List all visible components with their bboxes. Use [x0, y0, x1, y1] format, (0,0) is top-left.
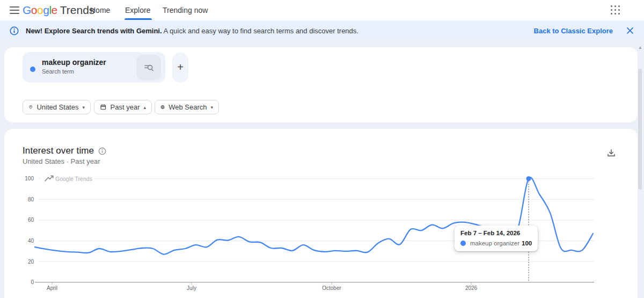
time-filter-dropdown[interactable]: Past year ▴ [94, 100, 152, 114]
page-scrollbar[interactable]: ▲ [637, 41, 644, 298]
svg-text:80: 80 [28, 197, 34, 202]
tooltip-value: 100 [522, 240, 532, 246]
svg-text:April: April [47, 285, 57, 291]
svg-text:Google Trends: Google Trends [55, 176, 92, 182]
category-filter-dropdown[interactable]: Web Search ▾ [155, 100, 219, 114]
google-logo-text: Google [23, 4, 57, 16]
svg-text:2026: 2026 [465, 285, 478, 291]
search-term-chip[interactable]: makeup organizer Search term [23, 52, 165, 83]
svg-text:40: 40 [28, 238, 34, 244]
nav-tab-explore[interactable]: Explore [125, 0, 150, 20]
geo-filter-label: United States [36, 103, 78, 111]
scrollbar-thumb[interactable] [638, 69, 642, 190]
search-term-text: makeup organizer Search term [42, 58, 106, 75]
gemini-promo-banner: New! Explore Search trends with Gemini. … [0, 20, 644, 41]
scroll-up-arrow-icon[interactable]: ▲ [638, 45, 642, 50]
calendar-icon [100, 103, 107, 111]
nav-tab-trending-now[interactable]: Trending now [163, 0, 208, 20]
close-icon[interactable] [626, 26, 634, 35]
chevron-down-icon: ▾ [210, 105, 213, 110]
time-filter-label: Past year [111, 103, 140, 111]
google-apps-icon[interactable] [609, 4, 622, 17]
add-comparison-button[interactable]: + [172, 52, 188, 83]
page-background: makeup organizer Search term + Un [0, 41, 644, 298]
google-trends-explore-page: GoogleTrends Home Explore Trending now N… [0, 0, 644, 298]
globe-icon [160, 103, 165, 111]
svg-text:100: 100 [25, 176, 34, 181]
info-icon [10, 26, 19, 35]
category-filter-label: Web Search [169, 103, 207, 111]
svg-text:0: 0 [31, 279, 34, 285]
geo-filter-dropdown[interactable]: United States ▾ [23, 100, 91, 114]
tooltip-series-name: makeup organizer [470, 240, 519, 246]
svg-text:60: 60 [28, 217, 34, 223]
trends-logo-text: Trends [60, 4, 95, 16]
list-search-icon [143, 62, 155, 74]
search-button[interactable] [136, 55, 161, 80]
search-term-type: Search term [42, 68, 106, 75]
hamburger-menu-icon[interactable] [10, 6, 19, 14]
chevron-down-icon: ▾ [82, 105, 85, 110]
google-trends-logo[interactable]: GoogleTrends [23, 2, 94, 18]
avatar[interactable] [624, 2, 640, 17]
svg-text:July: July [187, 285, 196, 291]
location-pin-icon [28, 103, 33, 111]
interest-over-time-chart[interactable]: 020406080100AprilJulyOctober2026Google T… [4, 129, 638, 298]
chevron-up-icon: ▴ [143, 105, 146, 110]
svg-text:October: October [322, 285, 341, 291]
top-bar: GoogleTrends Home Explore Trending now [0, 0, 644, 20]
chart-tooltip: Feb 7 – Feb 14, 2026 makeup organizer 10… [455, 226, 538, 251]
search-term-value: makeup organizer [42, 58, 106, 67]
back-to-classic-explore-link[interactable]: Back to Classic Explore [534, 27, 613, 35]
series-color-dot [460, 241, 466, 246]
svg-text:20: 20 [28, 259, 34, 265]
interest-over-time-card: Interest over time United States · Past … [4, 129, 638, 298]
banner-text: New! Explore Search trends with Gemini. … [26, 27, 358, 35]
nav-tab-home[interactable]: Home [90, 0, 110, 20]
search-controls-card: makeup organizer Search term + Un [4, 47, 638, 122]
tooltip-date-range: Feb 7 – Feb 14, 2026 [460, 230, 532, 236]
series-color-dot [30, 67, 35, 72]
